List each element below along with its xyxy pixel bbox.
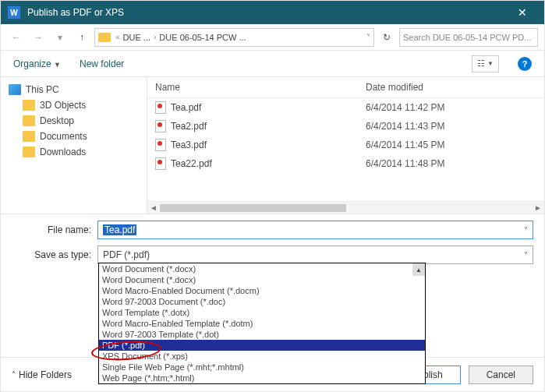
- tree-item[interactable]: Downloads: [1, 144, 147, 160]
- dropdown-option[interactable]: Word Template (*.dotx): [99, 307, 425, 318]
- file-list: Name Date modified Tea.pdf 6/4/2014 11:4…: [147, 77, 544, 214]
- scroll-right-icon[interactable]: ►: [532, 203, 544, 212]
- hide-folders-label: Hide Folders: [19, 369, 72, 380]
- savetype-dropdown[interactable]: PDF (*.pdf) ˅: [97, 245, 533, 264]
- file-row[interactable]: Tea.pdf 6/4/2014 11:42 PM: [147, 98, 544, 117]
- pdf-file-icon: [155, 120, 166, 132]
- filename-input[interactable]: Tea.pdf ˅: [97, 221, 533, 239]
- folder-icon: [23, 100, 35, 111]
- cancel-button[interactable]: Cancel: [469, 366, 533, 384]
- file-name: Tea.pdf: [171, 102, 201, 113]
- folder-icon: [23, 147, 35, 157]
- tree-label: Documents: [40, 131, 87, 142]
- tree-item-this-pc[interactable]: This PC: [1, 82, 147, 97]
- column-header-name[interactable]: Name: [155, 82, 366, 93]
- dropdown-option[interactable]: Word Macro-Enabled Document (*.docm): [99, 285, 425, 296]
- chevron-down-icon[interactable]: ˅: [524, 251, 528, 260]
- dropdown-option[interactable]: Word Document (*.docx): [99, 274, 425, 285]
- dropdown-option[interactable]: Word Macro-Enabled Template (*.dotm): [99, 318, 425, 329]
- back-button[interactable]: ←: [7, 28, 26, 47]
- help-button[interactable]: ?: [518, 57, 532, 71]
- dropdown-option[interactable]: XPS Document (*.xps): [99, 351, 425, 362]
- folder-icon: [98, 33, 111, 42]
- dropdown-option[interactable]: Web Page (*.htm;*.html): [99, 373, 425, 383]
- close-button[interactable]: ✕: [507, 1, 538, 24]
- file-row[interactable]: Tea22.pdf 6/4/2014 11:48 PM: [147, 154, 544, 173]
- search-input[interactable]: Search DUE 06-05-14 PCW PD...: [399, 28, 538, 47]
- tree-label: Downloads: [40, 147, 86, 157]
- chevron-down-icon[interactable]: ˅: [524, 226, 528, 235]
- search-placeholder: Search DUE 06-05-14 PCW PD...: [403, 33, 531, 42]
- chevron-up-icon: ˄: [12, 370, 16, 379]
- form-area: File name: Tea.pdf ˅ Save as type: PDF (…: [1, 214, 544, 264]
- pdf-file-icon: [155, 157, 166, 170]
- chevron-down-icon[interactable]: ˅: [366, 33, 370, 41]
- file-name: Tea22.pdf: [171, 158, 212, 169]
- dropdown-option-selected[interactable]: PDF (*.pdf): [99, 340, 425, 351]
- window-title: Publish as PDF or XPS: [27, 7, 507, 18]
- breadcrumb-segment[interactable]: DUE 06-05-14 PCW ...: [159, 33, 246, 42]
- file-list-header: Name Date modified: [147, 77, 544, 98]
- dropdown-option[interactable]: Single File Web Page (*.mht;*.mhtml): [99, 362, 425, 373]
- savetype-dropdown-list[interactable]: ▲ Word Document (*.docx) Word Document (…: [98, 263, 426, 384]
- scroll-up-icon[interactable]: ▲: [412, 263, 425, 276]
- folder-icon: [23, 131, 35, 142]
- forward-button[interactable]: →: [29, 28, 48, 47]
- new-folder-button[interactable]: New folder: [80, 58, 124, 69]
- organize-label: Organize: [13, 58, 51, 69]
- tree-label: This PC: [26, 84, 59, 95]
- tree-item[interactable]: Documents: [1, 129, 147, 144]
- main-area: This PC 3D Objects Desktop Documents Dow…: [1, 77, 544, 214]
- scroll-left-icon[interactable]: ◄: [147, 203, 160, 212]
- dropdown-option[interactable]: Word Document (*.docx): [99, 263, 425, 274]
- file-name: Tea2.pdf: [171, 121, 207, 132]
- view-options-button[interactable]: ☷ ▼: [472, 55, 499, 72]
- toolbar: Organize ▼ New folder ☷ ▼ ?: [1, 51, 544, 77]
- filename-label: File name:: [12, 224, 97, 235]
- file-date: 6/4/2014 11:45 PM: [366, 139, 536, 150]
- refresh-button[interactable]: ↻: [377, 28, 396, 47]
- file-date: 6/4/2014 11:43 PM: [366, 121, 536, 132]
- chevron-right-icon: ›: [154, 33, 156, 41]
- file-row[interactable]: Tea2.pdf 6/4/2014 11:43 PM: [147, 117, 544, 136]
- organize-button[interactable]: Organize ▼: [13, 58, 61, 69]
- column-header-date[interactable]: Date modified: [366, 82, 536, 93]
- dropdown-option[interactable]: Word 97-2003 Document (*.doc): [99, 296, 425, 307]
- navbar: ← → ▾ ↑ « DUE ... › DUE 06-05-14 PCW ...…: [1, 24, 544, 51]
- tree-label: 3D Objects: [40, 100, 86, 111]
- chevron-down-icon: ▼: [487, 60, 494, 67]
- breadcrumb[interactable]: « DUE ... › DUE 06-05-14 PCW ... ˅: [94, 28, 374, 47]
- tree-item[interactable]: Desktop: [1, 113, 147, 129]
- titlebar: W Publish as PDF or XPS ✕: [1, 1, 544, 24]
- pc-icon: [9, 84, 21, 95]
- horizontal-scrollbar[interactable]: ◄ ►: [147, 201, 544, 214]
- folder-icon: [23, 115, 35, 126]
- filename-value: Tea.pdf: [103, 224, 136, 235]
- list-view-icon: ☷: [477, 58, 485, 69]
- chevron-down-icon: ▼: [54, 61, 61, 69]
- scroll-thumb[interactable]: [160, 204, 346, 212]
- recent-locations-button[interactable]: ▾: [51, 28, 69, 47]
- breadcrumb-separator-icon: «: [115, 33, 120, 41]
- word-icon: W: [7, 5, 21, 19]
- hide-folders-button[interactable]: ˄ Hide Folders: [12, 369, 72, 380]
- file-row[interactable]: Tea3.pdf 6/4/2014 11:45 PM: [147, 136, 544, 154]
- up-button[interactable]: ↑: [73, 28, 91, 47]
- dropdown-option[interactable]: Word 97-2003 Template (*.dot): [99, 329, 425, 340]
- tree-label: Desktop: [40, 115, 74, 126]
- pdf-file-icon: [155, 139, 166, 151]
- file-date: 6/4/2014 11:48 PM: [366, 158, 536, 169]
- file-date: 6/4/2014 11:42 PM: [366, 102, 536, 113]
- file-name: Tea3.pdf: [171, 139, 207, 150]
- savetype-label: Save as type:: [12, 249, 97, 260]
- tree-item[interactable]: 3D Objects: [1, 97, 147, 113]
- pdf-file-icon: [155, 101, 166, 114]
- breadcrumb-segment[interactable]: DUE ...: [123, 33, 150, 42]
- savetype-value: PDF (*.pdf): [103, 249, 150, 260]
- nav-tree: This PC 3D Objects Desktop Documents Dow…: [1, 77, 147, 214]
